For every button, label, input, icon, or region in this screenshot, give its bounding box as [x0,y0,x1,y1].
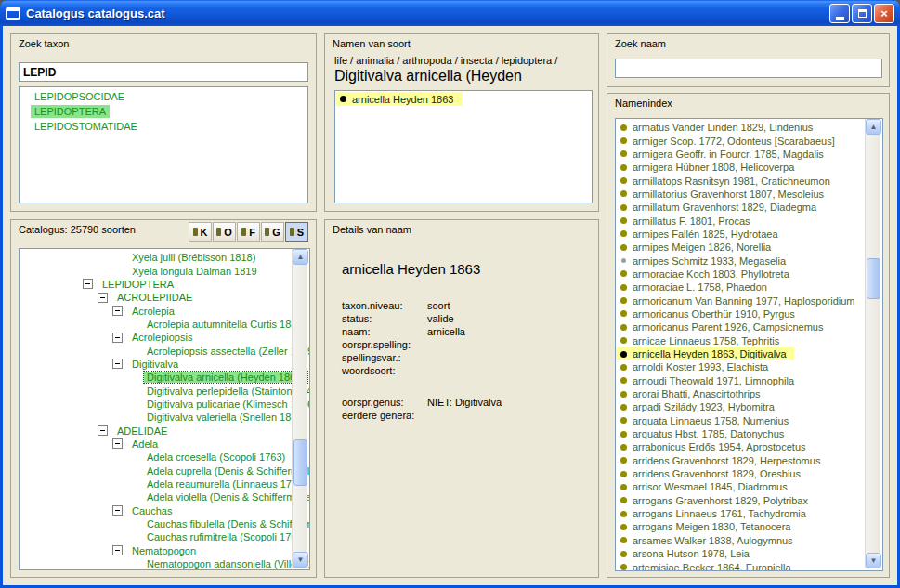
taxon-results-list[interactable]: LEPIDOPSOCIDAE LEPIDOPTERA LEPIDOSTOMATI… [19,86,308,203]
name-search-input[interactable] [615,59,882,78]
tree-item[interactable]: Acrolepia [20,304,309,317]
namenindex-item[interactable]: armatus Vander Linden 1829, Lindenius [616,121,882,134]
catalog-tree[interactable]: Xyela julii (Brébisson 1818) Xyela longu… [19,248,310,570]
namenindex-item[interactable]: arrogans Gravenhorst 1829, Polytribax [616,494,882,507]
tree-item[interactable]: Nematopogon adansoniella (Villers 1789) [20,557,309,570]
rank-filter-button[interactable]: S [285,222,308,242]
namenindex-item[interactable]: arrogans Meigen 1830, Tetanocera [616,520,882,533]
namenindex-scrollbar[interactable]: ▲ ▼ [865,119,880,568]
bullet-icon [620,124,627,131]
namenindex-item[interactable]: armoraciae Koch 1803, Phyllotreta [616,268,882,281]
tree-item[interactable]: Adela violella (Denis & Schiffermüller 1… [20,490,309,503]
namenindex-item[interactable]: armoricanus Oberthür 1910, Pyrgus [616,307,882,320]
tree-item[interactable]: ACROLEPIIDAE [20,291,309,304]
collapse-icon[interactable] [112,333,123,343]
scroll-up-button[interactable]: ▲ [866,119,881,135]
tree-item[interactable]: Acrolepiopsis assectella (Zeller 1839) [20,344,309,357]
tree-item[interactable]: Digitivalva perlepidella (Stainton 1849) [20,384,309,397]
collapse-icon[interactable] [112,545,123,555]
namenindex-item[interactable]: armipes Meigen 1826, Norellia [616,241,882,254]
collapse-icon[interactable] [112,306,123,316]
collapse-icon[interactable] [98,425,108,436]
namenindex-item[interactable]: artemisiae Becker 1864, Europiella [616,560,882,571]
tree-item[interactable]: Digitivalva pulicariae (Klimesch 1956) [20,398,309,411]
tree-item[interactable]: Acrolepiopsis [20,331,309,344]
tree-item[interactable]: Cauchas fibulella (Denis & Schiffermülle… [20,517,309,530]
namenindex-item[interactable]: armoricanum Van Banning 1977, Haplospori… [616,294,882,307]
bullet-icon [620,457,627,464]
tree-scrollbar[interactable]: ▲ ▼ [292,249,307,568]
namenindex-item[interactable]: arnoudi Theowald 1971, Limnophila [616,374,882,387]
namenindex-item[interactable]: armipes Fallén 1825, Hydrotaea [616,228,882,241]
scroll-down-button[interactable]: ▼ [866,553,881,568]
namenindex-item[interactable]: arquata Linnaeus 1758, Numenius [616,414,882,427]
detail-field-row: eerdere genera: [342,410,585,423]
namenindex-item[interactable]: arsames Walker 1838, Aulogymnus [616,534,882,547]
collapse-icon[interactable] [112,359,123,369]
scroll-up-button[interactable]: ▲ [293,249,308,265]
namenindex-list[interactable]: armatus Vander Linden 1829, Lindenius ar… [615,118,883,571]
rank-filter-button[interactable]: G [261,222,284,242]
tree-item[interactable]: Cauchas rufimitrella (Scopoli 1763) [20,530,309,543]
scroll-down-button[interactable]: ▼ [293,552,308,568]
namenindex-item[interactable]: armigera Geoffr. in Fourcr. 1785, Magdal… [616,148,882,161]
taxon-result-item[interactable]: LEPIDOPSOCIDAE [20,89,307,104]
namenindex-item[interactable]: armillatus F. 1801, Procas [616,214,882,227]
rank-filter-button[interactable]: F [237,222,260,242]
namenindex-item[interactable]: armigera Hübner 1808, Helicoverpa [616,161,882,174]
tree-item[interactable]: Adela cuprella (Denis & Schiffermüller 1… [20,464,309,477]
namenindex-item[interactable]: arrisor Wesmael 1845, Diadromus [616,480,882,493]
bullet-icon [620,471,627,477]
namenindex-item[interactable]: arnicella Heyden 1863, Digitivalva [616,347,794,360]
tree-item[interactable]: Adela croesella (Scopoli 1763) [20,451,309,464]
namenindex-item[interactable]: armillatops Rasnitsyn 1981, Cratichneumo… [616,174,882,187]
species-name-item[interactable]: arnicella Heyden 1863 [335,92,463,106]
tree-item[interactable]: LEPIDOPTERA [20,278,309,291]
tree-item[interactable]: Adela [20,438,309,451]
namenindex-item[interactable]: arnicae Linnaeus 1758, Tephritis [616,334,882,347]
taxon-result-item[interactable]: LEPIDOPTERA [20,104,307,119]
namenindex-item[interactable]: armillatum Gravenhorst 1829, Diadegma [616,201,882,214]
namenindex-item[interactable]: armiger Scop. 1772, Odonteus [Scarabaeus… [616,134,882,147]
bullet-icon [620,230,627,237]
tree-item[interactable]: Digitivalva arnicella (Heyden 1863) [20,371,309,384]
taxon-search-input[interactable] [19,62,308,82]
namenindex-item[interactable]: armillatorius Gravenhorst 1807, Mesoleiu… [616,188,882,201]
rank-filter-button[interactable]: K [189,222,212,242]
tree-item[interactable]: Xyela julii (Brébisson 1818) [20,251,309,264]
tree-item[interactable]: Acrolepia autumnitella Curtis 1838 [20,318,309,331]
namenindex-item[interactable]: arnoldi Koster 1993, Elachista [616,360,882,373]
namenindex-item[interactable]: arorai Bhatti, Anascirtothrips [616,387,882,400]
maximize-button[interactable] [852,4,872,23]
zoek-taxon-panel: Zoek taxon LEPIDOPSOCIDAE LEPIDOPTERA LE… [10,33,317,212]
namenindex-item[interactable]: arrabonicus Erdős 1954, Aprostocetus [616,440,882,453]
namenindex-item[interactable]: arpadi Szilády 1923, Hybomitra [616,400,882,413]
collapse-icon[interactable] [83,279,93,289]
minimize-button[interactable] [829,4,850,23]
tree-item[interactable]: Xyela longula Dalman 1819 [20,264,309,277]
tree-item[interactable]: Adela reaumurella (Linnaeus 1758) [20,477,309,490]
namenindex-item[interactable]: armoraciae L. 1758, Phaedon [616,281,882,294]
tree-item[interactable]: Digitivalva valeriella (Snellen 1878) [20,411,309,424]
tree-item[interactable]: Cauchas [20,504,309,517]
taxon-result-item[interactable]: LEPIDOSTOMATIDAE [20,119,307,134]
close-button[interactable]: × [874,4,894,23]
tree-item[interactable]: ADELIDAE [20,424,309,437]
collapse-icon[interactable] [112,505,123,516]
namenindex-item[interactable]: arsona Hutson 1978, Leia [616,547,882,560]
scroll-thumb[interactable] [293,439,307,486]
namenindex-item[interactable]: arrogans Linnaeus 1761, Tachydromia [616,507,882,520]
namenindex-item[interactable]: armipes Schmitz 1933, Megaselia [616,254,882,267]
namenindex-item[interactable]: armoricanus Parent 1926, Campsicnemus [616,320,882,333]
species-names-list[interactable]: arnicella Heyden 1863 [334,90,593,203]
scroll-thumb[interactable] [867,258,880,299]
namenindex-item[interactable]: arridens Gravenhorst 1829, Herpestomus [616,454,882,467]
collapse-icon[interactable] [112,438,123,449]
tree-item[interactable]: Digitivalva [20,358,309,371]
rank-filter-button[interactable]: O [213,222,236,242]
tree-item[interactable]: Nematopogon [20,544,309,557]
collapse-icon[interactable] [98,293,108,303]
namenindex-item[interactable]: arridens Gravenhorst 1829, Oresbius [616,467,882,480]
title-bar[interactable]: Catalogus catalogus.cat × [0,0,900,26]
namenindex-item[interactable]: arquatus Hbst. 1785, Datonychus [616,427,882,440]
